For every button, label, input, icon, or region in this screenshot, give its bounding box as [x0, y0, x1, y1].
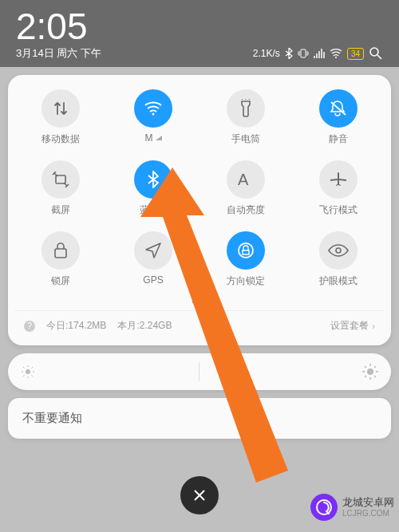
qs-tile-label: GPS — [143, 274, 163, 286]
watermark-title: 龙城安卓网 — [342, 496, 394, 509]
svg-rect-0 — [301, 49, 306, 57]
mute-icon — [319, 89, 358, 128]
brightness-low-icon — [21, 365, 35, 379]
qs-tile-lock[interactable]: 锁屏 — [14, 231, 107, 288]
battery-indicator: 34 — [347, 48, 364, 60]
bluetooth-status-icon — [285, 48, 293, 59]
data-today: 今日:174.2MB — [46, 319, 106, 333]
qs-tile-flashlight[interactable]: 手电筒 — [200, 89, 292, 146]
watermark: 龙城安卓网 LCJRG.COM — [310, 494, 394, 521]
search-icon[interactable] — [369, 46, 383, 61]
data-usage-row[interactable]: ? 今日:174.2MB 本月:2.24GB 设置套餐 › — [14, 310, 385, 341]
data-plan: 设置套餐 — [330, 319, 369, 333]
auto-bright-icon: A — [227, 160, 265, 199]
svg-text:A: A — [238, 171, 249, 188]
svg-point-8 — [336, 248, 341, 253]
page-indicator — [14, 299, 385, 304]
chevron-right-icon: › — [372, 321, 375, 332]
svg-point-1 — [335, 57, 337, 58]
notif-label: 不重要通知 — [22, 411, 82, 424]
svg-point-9 — [26, 369, 30, 374]
clock-time: 2:05 — [16, 8, 101, 45]
qs-tile-label: 自动亮度 — [227, 203, 265, 217]
wifi-status-icon — [330, 49, 342, 58]
qs-tile-gps[interactable]: GPS — [107, 231, 200, 288]
qs-tile-rotation[interactable]: 方向锁定 — [200, 231, 292, 288]
clock-date: 3月14日 周六 下午 — [16, 46, 101, 61]
qs-tile-label: 飞行模式 — [319, 203, 358, 217]
lock-icon — [41, 231, 80, 270]
qs-tile-label: 锁屏 — [51, 274, 70, 288]
qs-tile-label: 静音 — [329, 132, 348, 146]
brightness-slider[interactable] — [8, 353, 391, 390]
qs-tile-label: 方向锁定 — [227, 274, 265, 288]
close-button[interactable] — [180, 476, 219, 514]
qs-tile-label: 移动数据 — [41, 132, 80, 146]
watermark-logo-icon — [310, 494, 338, 521]
qs-tile-bluetooth[interactable]: 蓝牙 — [107, 160, 200, 217]
brightness-high-icon — [362, 364, 378, 380]
watermark-url: LCJRG.COM — [342, 509, 394, 518]
qs-tile-auto-bright[interactable]: A自动亮度 — [200, 160, 292, 217]
airplane-icon — [319, 160, 358, 199]
data-month: 本月:2.24GB — [117, 319, 172, 333]
screenshot-icon — [41, 160, 80, 199]
gps-icon — [134, 231, 172, 270]
qs-tile-wifi[interactable]: M — [107, 89, 200, 146]
mobile-data-icon — [41, 89, 80, 128]
qs-tile-label: M — [145, 132, 162, 144]
unimportant-notifications[interactable]: 不重要通知 — [8, 398, 391, 439]
qs-tile-label: 蓝牙 — [140, 203, 168, 217]
svg-point-2 — [370, 48, 378, 56]
qs-tile-label: 截屏 — [51, 203, 70, 217]
svg-point-10 — [367, 368, 373, 375]
qs-tile-label: 手电筒 — [231, 132, 260, 146]
vibrate-status-icon — [298, 49, 309, 58]
qs-tile-airplane[interactable]: 飞行模式 — [292, 160, 385, 217]
svg-rect-4 — [56, 175, 65, 183]
wifi-icon — [134, 89, 172, 128]
qs-tile-label: 护眼模式 — [319, 274, 358, 288]
qs-tile-mute[interactable]: 静音 — [292, 89, 385, 146]
eye-icon — [319, 231, 358, 270]
signal-status-icon — [314, 49, 325, 58]
quick-settings-panel: 移动数据M手电筒静音截屏蓝牙A自动亮度飞行模式锁屏GPS方向锁定护眼模式 ? 今… — [8, 75, 391, 345]
svg-point-3 — [152, 113, 155, 116]
rotation-icon — [227, 231, 265, 270]
close-icon — [193, 489, 206, 502]
qs-tile-eye[interactable]: 护眼模式 — [292, 231, 385, 288]
qs-tile-mobile-data[interactable]: 移动数据 — [14, 89, 107, 146]
flashlight-icon — [227, 89, 265, 128]
info-icon: ? — [24, 321, 35, 332]
qs-tile-screenshot[interactable]: 截屏 — [14, 160, 107, 217]
svg-rect-6 — [55, 249, 66, 258]
bluetooth-icon — [134, 160, 172, 199]
net-speed: 2.1K/s — [253, 48, 280, 59]
